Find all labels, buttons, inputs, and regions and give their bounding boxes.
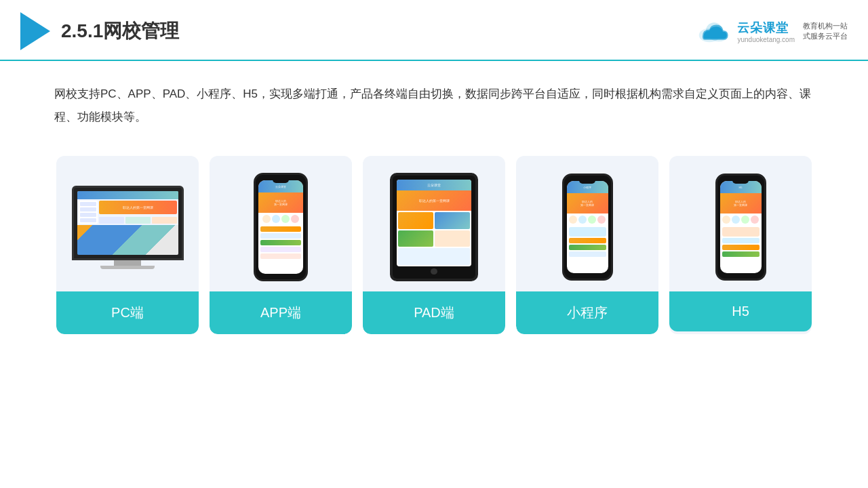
tablet-cell (398, 230, 433, 247)
phone-card-row (260, 253, 301, 259)
tablet-home-button (431, 268, 437, 274)
brand-slogan: 教育机构一站 式服务云平台 (803, 21, 848, 42)
tablet-cell (398, 248, 470, 265)
tablet-banner: 职达人的第一堂网课 (397, 190, 471, 211)
miniprogram-phone-mockup: 小程序 职达人的第一堂网课 (562, 174, 613, 281)
phone-banner: 职达人的第一堂网课 (258, 192, 303, 213)
pc-main-top: 职达人的第一堂网课 (99, 201, 177, 214)
phone-cards-area (720, 226, 762, 273)
brand-logo: 云朵课堂 yunduoketang.com 教育机构一站 式服务云平台 (696, 19, 848, 43)
card-pc-image: 职达人的第一堂网课 (56, 156, 199, 291)
pc-top-bar (77, 191, 178, 199)
card-app-image: 云朵课堂 职达人的第一堂网课 (210, 156, 352, 291)
phone-banner-text: 职达人的第一堂网课 (580, 200, 594, 207)
phone-icon (722, 216, 730, 224)
pc-screen-outer: 职达人的第一堂网课 (72, 186, 184, 260)
cards-container: 职达人的第一堂网课 (0, 142, 868, 348)
phone-icons-row (720, 214, 762, 226)
phone-card-row (569, 251, 606, 257)
tablet-cell (435, 230, 470, 247)
card-miniprogram-image: 小程序 职达人的第一堂网课 (516, 156, 658, 291)
phone-icon (732, 216, 740, 224)
phone-notch (579, 180, 595, 184)
tablet-cell (435, 212, 470, 229)
tablet-content (397, 211, 471, 266)
phone-icon (741, 216, 749, 224)
phone-cards-area (258, 225, 303, 274)
phone-banner: 职达人的第一堂网课 (720, 193, 762, 214)
phone-cards-area (567, 226, 608, 273)
phone-banner-text: 职达人的第一堂网课 (274, 199, 288, 206)
phone-icon (597, 216, 606, 224)
phone-notch (732, 180, 749, 184)
pc-sidebar-item (80, 207, 96, 211)
brand-name: 云朵课堂 (737, 20, 789, 36)
pc-bottom-row (99, 217, 177, 224)
tablet-top-bar: 云朵课堂 (397, 180, 471, 190)
pc-main: 职达人的第一堂网课 (99, 201, 177, 224)
pc-bottom-card (125, 217, 151, 224)
pc-bottom-card (99, 217, 124, 224)
pc-sidebar-item (80, 218, 96, 222)
phone-card-row (260, 233, 301, 239)
phone-card-row (722, 251, 760, 257)
phone-card-row (260, 247, 301, 252)
card-h5-label: H5 (669, 291, 812, 331)
card-app-label: APP端 (210, 291, 352, 334)
brand-text: 云朵课堂 yunduoketang.com (737, 20, 795, 43)
page-title: 2.5.1网校管理 (61, 18, 179, 44)
card-miniprogram: 小程序 职达人的第一堂网课 (516, 156, 658, 334)
tablet-screen: 云朵课堂 职达人的第一堂网课 (397, 180, 471, 266)
pc-mockup: 职达人的第一堂网课 (72, 186, 184, 269)
phone-icon (291, 215, 299, 223)
card-h5: H5 职达人的第一堂网课 (669, 156, 812, 334)
phone-icons-row (258, 213, 303, 225)
card-pad: 云朵课堂 职达人的第一堂网课 PAD端 (363, 156, 505, 334)
app-phone-mockup: 云朵课堂 职达人的第一堂网课 (254, 173, 308, 281)
phone-screen: 云朵课堂 职达人的第一堂网课 (258, 180, 303, 274)
phone-icon (751, 216, 759, 224)
phone-notch (273, 179, 289, 183)
page-header: 2.5.1网校管理 云朵课堂 yunduoketang.com 教育机构一站 式… (0, 0, 868, 61)
phone-icons-row (567, 214, 608, 226)
header-left: 2.5.1网校管理 (20, 12, 179, 50)
phone-card-row (569, 238, 606, 243)
card-app: 云朵课堂 职达人的第一堂网课 (210, 156, 352, 334)
cloud-icon (696, 19, 732, 43)
tablet-cell (398, 212, 433, 229)
card-miniprogram-label: 小程序 (516, 291, 658, 334)
pc-screen-inner: 职达人的第一堂网课 (77, 191, 178, 255)
phone-icon (588, 216, 596, 224)
phone-icon (281, 215, 290, 223)
pc-sidebar-item (80, 213, 96, 217)
pc-sidebar-item (80, 202, 96, 206)
phone-banner: 职达人的第一堂网课 (567, 193, 608, 214)
card-pad-image: 云朵课堂 职达人的第一堂网课 (363, 156, 505, 291)
phone-icon (578, 216, 587, 224)
pc-sidebar (79, 201, 98, 224)
phone-card-row (569, 227, 606, 237)
phone-card-row (722, 245, 760, 250)
card-pc-label: PC端 (56, 291, 199, 334)
phone-screen: 小程序 职达人的第一堂网课 (567, 181, 608, 273)
pc-bottom-card (152, 217, 177, 224)
pc-body: 职达人的第一堂网课 (77, 199, 178, 225)
logo-triangle-icon (20, 12, 50, 50)
phone-icon (569, 216, 577, 224)
tablet-mockup: 云朵课堂 职达人的第一堂网课 (390, 173, 478, 281)
card-pad-label: PAD端 (363, 291, 505, 334)
phone-card-row (722, 227, 760, 237)
pc-base (100, 266, 155, 269)
phone-card-row (260, 240, 301, 245)
description-paragraph: 网校支持PC、APP、PAD、小程序、H5，实现多端打通，产品各终端自由切换，数… (54, 83, 814, 129)
phone-icon (272, 215, 280, 223)
phone-card-row (569, 245, 606, 250)
phone-banner-text: 职达人的第一堂网课 (734, 200, 747, 207)
card-h5-image: H5 职达人的第一堂网课 (669, 156, 812, 291)
description-text: 网校支持PC、APP、PAD、小程序、H5，实现多端打通，产品各终端自由切换，数… (0, 61, 868, 142)
pc-stand (114, 260, 141, 266)
phone-icon (262, 215, 271, 223)
card-pc: 职达人的第一堂网课 (56, 156, 199, 334)
phone-screen: H5 职达人的第一堂网课 (720, 181, 762, 273)
h5-phone-mockup: H5 职达人的第一堂网课 (715, 174, 766, 281)
